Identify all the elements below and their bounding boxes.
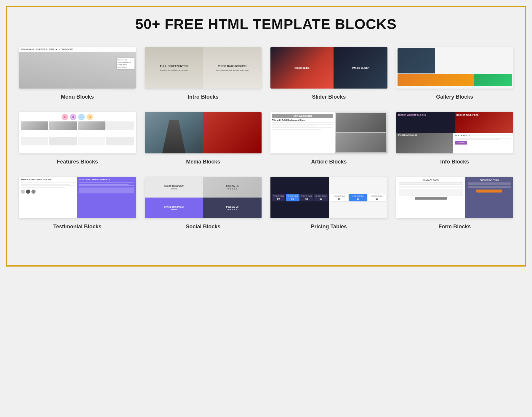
social-dot-3 — [175, 188, 177, 190]
testi-right-field — [79, 187, 134, 193]
price-card-light-1: PRICING TABLE $0 — [330, 194, 348, 201]
price-amount-1: $0 — [277, 198, 280, 200]
features-label: Features Blocks — [57, 159, 98, 165]
form-field-dark-1 — [468, 182, 511, 185]
intro-left-title: FULL SCREEN INTRO — [160, 65, 188, 68]
block-item-testimonial[interactable]: WHAT OUR FANTASTIC USERS SAY WHAT OUR FA… — [19, 177, 136, 230]
art-line-3 — [272, 126, 315, 126]
gal-cell-1 — [398, 74, 474, 86]
price-label-1: PRICING TABLE — [273, 195, 284, 197]
feat-icons-row: ♥ ♛ ♬ ⚙ — [21, 114, 134, 120]
block-item-slider[interactable]: VIDEO SLIDE IMAGE SLIDER Slider Blocks — [270, 47, 387, 100]
info-white: MODERN STYLES LEARN MORE — [453, 133, 513, 153]
testimonial-label: Testimonial Blocks — [53, 224, 102, 230]
menu-item3: + DOWNLOAD — [59, 48, 73, 51]
social-dots-purple — [171, 209, 177, 210]
art-img-1 — [336, 113, 386, 132]
form-contact-title: CONTACT FORM — [399, 179, 463, 181]
info-img: BACKGROUND IMAGE — [396, 133, 453, 153]
price-right: PRICING TABLE $0 PRICING TABLE $0 PRICIN… — [329, 177, 387, 218]
article-label: Article Blocks — [311, 159, 347, 165]
gal-cell-2 — [398, 48, 435, 73]
menu-item2: MENU ▾ — [49, 48, 57, 51]
price-card-light-3: PRICING TABLE $0 — [368, 194, 386, 201]
art-right — [335, 112, 387, 153]
testi-left-text3 — [21, 185, 76, 186]
bg-person — [19, 52, 136, 89]
testi-left-text1 — [21, 182, 76, 183]
preview-intro: FULL SCREEN INTRO Making it is a fast bu… — [145, 47, 262, 89]
price-label-2: PRICING TABLE — [287, 195, 298, 197]
art-line-1 — [272, 122, 333, 123]
price-amount-2: $0 — [291, 198, 294, 200]
block-item-media[interactable]: Media Blocks — [145, 112, 262, 165]
info-text4-lines — [455, 138, 511, 139]
social-dot-6 — [232, 188, 233, 190]
info-text2: BACKGROUND VIDEO — [456, 114, 479, 116]
block-item-intro[interactable]: FULL SCREEN INTRO Making it is a fast bu… — [145, 47, 262, 100]
page-wrapper: 50+ FREE HTML TEMPLATE BLOCKS BRANDNAME … — [6, 6, 526, 267]
info-text4-lines2 — [455, 139, 500, 140]
form-label: Form Blocks — [438, 224, 471, 230]
info-text4: MODERN STYLES — [455, 134, 511, 137]
social-share-text-purple: SHARE THIS PAGE! — [164, 206, 184, 208]
social-follow-text-gray: FOLLOW US — [226, 185, 238, 187]
menu-label: Menu Blocks — [61, 94, 94, 100]
avatar-1 — [21, 190, 25, 194]
media-left — [145, 112, 203, 153]
social-dot-d2 — [230, 209, 231, 210]
block-item-gallery[interactable]: Gallery Blocks — [396, 47, 513, 100]
block-item-article[interactable]: ARTICLE HEADER Title with Solid Backgrou… — [270, 112, 387, 165]
price-card-4: PRICING TABLE $0 — [314, 194, 328, 201]
price-card-3: PRICING TABLE $0 — [300, 194, 314, 201]
media-right — [203, 112, 262, 153]
slide-left: VIDEO SLIDE — [270, 47, 334, 89]
block-item-info[interactable]: TRENDY WEBSITE BLOCKS BACKGROUND VIDEO B… — [396, 112, 513, 165]
social-dot-4 — [227, 188, 229, 190]
menu-item1: OVERVIEW — [36, 48, 48, 51]
social-dot-d1 — [227, 209, 229, 210]
info-top: TRENDY WEBSITE BLOCKS BACKGROUND VIDEO — [396, 112, 513, 133]
testi-right: WHAT OUR FANTASTIC USERS SAY — [77, 177, 136, 218]
form-field-3 — [399, 190, 463, 195]
info-red: BACKGROUND VIDEO — [455, 112, 513, 133]
info-text3: BACKGROUND IMAGE — [396, 133, 453, 137]
art-header: ARTICLE HEADER — [272, 114, 333, 118]
art-title: Title with Solid Background Color — [272, 119, 333, 121]
feat-icon-gear: ⚙ — [86, 114, 93, 120]
media-label: Media Blocks — [186, 159, 220, 165]
form-submit-btn — [415, 197, 447, 200]
social-dot-1 — [171, 188, 173, 190]
block-item-features[interactable]: ♥ ♛ ♬ ⚙ Features Blocks — [19, 112, 136, 165]
block-item-form[interactable]: CONTACT FORM SUBSCRIBE FORM Form Blocks — [396, 177, 513, 230]
social-dot-p3 — [175, 209, 177, 210]
preview-features: ♥ ♛ ♬ ⚙ — [19, 112, 136, 153]
price-card-1: PRICING TABLE $0 — [272, 194, 285, 201]
feat-icon-crown: ♛ — [70, 114, 76, 120]
social-dots-gray — [171, 188, 177, 190]
price-label-3: PRICING TABLE — [301, 195, 313, 197]
form-field-dark-2 — [468, 186, 511, 188]
preview-info: TRENDY WEBSITE BLOCKS BACKGROUND VIDEO B… — [396, 112, 513, 153]
gal-cell-3 — [474, 74, 512, 86]
feat-card-7 — [78, 137, 105, 145]
info-bottom: BACKGROUND IMAGE MODERN STYLES LEARN MOR… — [396, 133, 513, 153]
block-item-menu[interactable]: BRANDNAME OVERVIEW MENU ▾ + DOWNLOAD Mod… — [19, 47, 136, 100]
block-item-social[interactable]: SHARE THIS PAGE! FOLLOW US — [145, 177, 262, 230]
form-field-1 — [399, 182, 463, 185]
testi-left-heading: WHAT OUR FANTASTIC USERS SAY — [21, 179, 76, 181]
social-follow-gray: FOLLOW US — [203, 177, 262, 198]
social-follow-text-dark: FOLLOW US — [226, 206, 238, 208]
media-figure — [162, 120, 186, 153]
testi-avatars — [21, 190, 76, 194]
menu-brand: BRANDNAME — [21, 48, 35, 51]
preview-form: CONTACT FORM SUBSCRIBE FORM — [396, 177, 513, 218]
block-item-pricing[interactable]: PRICING TABLE $0 PRICING TABLE $0 PRICIN… — [270, 177, 387, 230]
feat-card-1 — [21, 121, 48, 130]
feat-icon-headphone: ♬ — [78, 114, 85, 120]
form-field-2 — [399, 186, 463, 188]
social-bottom: SHARE THIS PAGE! FOLLOW US — [145, 198, 262, 218]
gallery-label: Gallery Blocks — [436, 94, 473, 100]
social-dots-follow-gray — [227, 188, 237, 190]
preview-slider: VIDEO SLIDE IMAGE SLIDER — [270, 47, 387, 89]
